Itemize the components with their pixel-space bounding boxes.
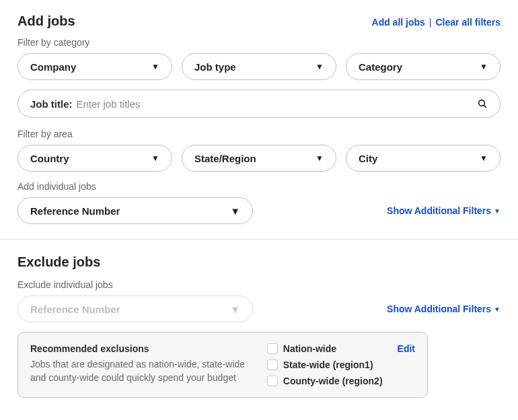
add-jobs-title: Add jobs (17, 13, 75, 29)
add-show-additional-filters[interactable]: Show Additional Filters ▼ (387, 205, 501, 216)
chevron-down-icon: ▼ (230, 205, 240, 217)
exclude-individual-jobs-label: Exclude individual jobs (17, 279, 501, 290)
company-dropdown[interactable]: Company ▼ (17, 53, 172, 80)
chevron-down-icon: ▼ (494, 306, 501, 313)
chevron-down-icon: ▼ (151, 62, 159, 71)
search-icon (477, 98, 488, 109)
show-additional-filters-label: Show Additional Filters (387, 304, 491, 314)
job-type-dropdown-label: Job type (194, 61, 236, 73)
filter-by-category-label: Filter by category (17, 37, 501, 48)
separator: | (429, 17, 432, 28)
chevron-down-icon: ▼ (151, 153, 159, 163)
state-region-dropdown-label: State/Region (194, 153, 256, 164)
country-dropdown-label: Country (30, 153, 69, 164)
add-reference-number-dropdown[interactable]: Reference Number ▼ (17, 197, 253, 224)
add-individual-jobs-label: Add individual jobs (17, 181, 501, 192)
exclusion-state-wide[interactable]: State-wide (region1) (267, 359, 383, 370)
exclusion-county-wide[interactable]: County-wide (region2) (267, 376, 383, 386)
svg-line-1 (484, 105, 486, 107)
edit-exclusions-link[interactable]: Edit (398, 343, 415, 354)
exclude-reference-number-label: Reference Number (30, 304, 120, 315)
exclude-reference-number-dropdown[interactable]: Reference Number ▼ (17, 295, 253, 322)
city-dropdown-label: City (359, 153, 377, 164)
category-dropdown[interactable]: Category ▼ (346, 53, 501, 80)
recommended-exclusions-box: Recommended exclusions Jobs that are des… (17, 332, 428, 398)
add-all-jobs-link[interactable]: Add all jobs (372, 17, 425, 28)
show-additional-filters-label: Show Additional Filters (387, 205, 491, 216)
checkbox-icon[interactable] (267, 343, 278, 354)
job-title-input[interactable] (77, 98, 474, 110)
chevron-down-icon: ▼ (316, 62, 324, 71)
chevron-down-icon: ▼ (480, 153, 488, 163)
exclude-show-additional-filters[interactable]: Show Additional Filters ▼ (387, 304, 501, 314)
exclusion-nation-wide-label: Nation-wide (283, 343, 336, 354)
clear-all-filters-link[interactable]: Clear all filters (436, 17, 501, 28)
city-dropdown[interactable]: City ▼ (346, 145, 501, 172)
section-divider (0, 239, 518, 240)
recommended-exclusions-desc: Jobs that are designated as nation-wide,… (30, 358, 252, 384)
exclusion-nation-wide[interactable]: Nation-wide (267, 343, 383, 354)
filter-by-area-label: Filter by area (17, 129, 501, 139)
exclusion-county-wide-label: County-wide (region2) (283, 376, 383, 386)
job-title-search[interactable]: Job title: (17, 90, 501, 118)
category-dropdown-label: Category (359, 61, 402, 73)
chevron-down-icon: ▼ (230, 304, 240, 315)
job-type-dropdown[interactable]: Job type ▼ (182, 53, 336, 80)
exclude-jobs-title: Exclude jobs (17, 254, 501, 270)
job-title-prefix: Job title: (30, 98, 73, 110)
state-region-dropdown[interactable]: State/Region ▼ (182, 145, 336, 172)
checkbox-icon[interactable] (267, 376, 278, 386)
add-reference-number-label: Reference Number (30, 205, 120, 217)
exclusion-state-wide-label: State-wide (region1) (283, 359, 373, 370)
header-links: Add all jobs | Clear all filters (372, 17, 501, 28)
chevron-down-icon: ▼ (316, 153, 324, 163)
checkbox-icon[interactable] (267, 359, 278, 370)
company-dropdown-label: Company (30, 61, 76, 73)
recommended-exclusions-title: Recommended exclusions (30, 343, 252, 354)
chevron-down-icon: ▼ (494, 207, 501, 215)
country-dropdown[interactable]: Country ▼ (17, 145, 172, 172)
chevron-down-icon: ▼ (480, 62, 488, 71)
